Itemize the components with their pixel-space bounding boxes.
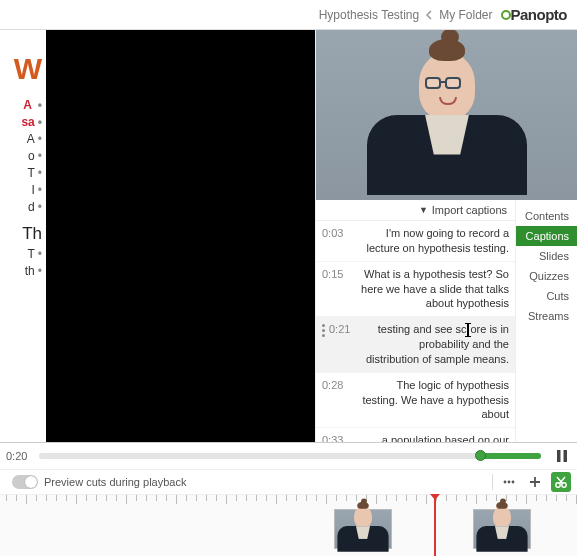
slide-peek: W A •sa•A•o•T•I•d•ThT•th•: [0, 30, 46, 442]
editor-panel: 0:20 Preview cuts during playback: [0, 442, 577, 556]
tab-captions[interactable]: Captions: [516, 226, 577, 246]
slide-bullet: T•: [0, 247, 42, 261]
svg-point-5: [508, 481, 511, 484]
caption-timestamp: 0:33: [322, 433, 352, 442]
caption-timestamp: 0:21: [329, 322, 359, 337]
current-time: 0:20: [6, 450, 27, 462]
below-video: Contents Captions Slides Quizzes Cuts St…: [316, 200, 577, 442]
timeline-track[interactable]: [0, 495, 577, 556]
slide-bullet: d•: [0, 200, 42, 214]
timeline-ruler: [0, 495, 577, 505]
tab-contents[interactable]: Contents: [516, 206, 577, 226]
slide-bullet: A •: [0, 98, 42, 112]
slide-bullet: sa•: [0, 115, 42, 129]
caption-text[interactable]: a population based on our hypothesis. We…: [358, 433, 509, 442]
app-header: Panopto My Folder Hypothesis Testing: [0, 0, 577, 30]
slide-bullet: T•: [0, 166, 42, 180]
caption-text[interactable]: What is a hypothesis test? So here we ha…: [358, 267, 509, 312]
preview-cuts-toggle[interactable]: Preview cuts during playback: [12, 475, 186, 489]
slide-bullet: th•: [0, 264, 42, 278]
player-bar: 0:20: [0, 443, 577, 469]
more-tools-button[interactable]: [499, 472, 519, 492]
preview-cuts-label: Preview cuts during playback: [44, 476, 186, 488]
toggle-switch[interactable]: [12, 475, 38, 489]
captions-pane: Import captions ▼ I'm now going to recor…: [316, 200, 515, 442]
primary-video[interactable]: [316, 30, 577, 200]
tab-quizzes[interactable]: Quizzes: [516, 266, 577, 286]
cut-tool-button[interactable]: [551, 472, 571, 492]
caption-text[interactable]: testing and see score is in probability …: [365, 322, 509, 367]
editor-toolbar: Preview cuts during playback: [0, 469, 577, 495]
caption-timestamp: 0:03: [322, 226, 352, 241]
import-captions-dropdown[interactable]: Import captions ▼: [316, 200, 515, 221]
svg-point-4: [504, 481, 507, 484]
caption-row[interactable]: a population based on our hypothesis. We…: [316, 428, 515, 442]
slide-bullet: o•: [0, 149, 42, 163]
import-captions-label: Import captions: [432, 204, 507, 216]
pause-button[interactable]: [553, 447, 571, 465]
main-area: Contents Captions Slides Quizzes Cuts St…: [0, 30, 577, 442]
add-button[interactable]: [525, 472, 545, 492]
kebab-icon[interactable]: [322, 322, 325, 337]
progress-knob[interactable]: [475, 450, 486, 461]
timeline-thumbnail[interactable]: [473, 509, 531, 549]
caption-row[interactable]: testing and see score is in probability …: [316, 317, 515, 373]
tab-slides[interactable]: Slides: [516, 246, 577, 266]
slide-bullets: A •sa•A•o•T•I•d•ThT•th•: [0, 98, 42, 278]
tab-cuts[interactable]: Cuts: [516, 286, 577, 306]
text-caret-icon: [467, 324, 469, 336]
slide-bullet: I•: [0, 183, 42, 197]
chevron-down-icon: ▼: [419, 205, 428, 215]
caption-row[interactable]: I'm now going to record a lecture on hyp…: [316, 221, 515, 262]
caption-row[interactable]: What is a hypothesis test? So here we ha…: [316, 262, 515, 318]
secondary-video[interactable]: [46, 30, 315, 442]
logo-text: Panopto: [511, 6, 568, 23]
tab-streams[interactable]: Streams: [516, 306, 577, 326]
left-column: W A •sa•A•o•T•I•d•ThT•th•: [0, 30, 315, 442]
svg-rect-1: [564, 450, 568, 462]
side-tabs: Contents Captions Slides Quizzes Cuts St…: [515, 200, 577, 442]
breadcrumb: My Folder Hypothesis Testing: [319, 8, 493, 22]
chevron-right-icon: [425, 10, 433, 20]
toolbar-divider: [492, 474, 493, 490]
logo-mark-icon: [501, 10, 511, 20]
slide-bullet: Th: [0, 224, 42, 244]
caption-timestamp: 0:15: [322, 267, 352, 282]
caption-text[interactable]: I'm now going to record a lecture on hyp…: [358, 226, 509, 256]
breadcrumb-title: Hypothesis Testing: [319, 8, 420, 22]
right-column: Contents Captions Slides Quizzes Cuts St…: [315, 30, 577, 442]
panopto-logo: Panopto: [499, 6, 568, 23]
svg-point-6: [512, 481, 515, 484]
svg-rect-0: [557, 450, 561, 462]
caption-timestamp: 0:28: [322, 378, 352, 393]
slide-title-fragment: W: [0, 54, 42, 84]
playhead[interactable]: [434, 495, 436, 556]
breadcrumb-folder[interactable]: My Folder: [439, 8, 492, 22]
timeline-thumbnail[interactable]: [334, 509, 392, 549]
slide-bullet: A•: [0, 132, 42, 146]
caption-list: I'm now going to record a lecture on hyp…: [316, 221, 515, 442]
caption-text[interactable]: The logic of hypothesis testing. We have…: [358, 378, 509, 423]
presenter-figure: [367, 53, 527, 195]
progress-fill: [481, 453, 541, 459]
progress-bar[interactable]: [39, 453, 541, 459]
caption-row[interactable]: The logic of hypothesis testing. We have…: [316, 373, 515, 429]
